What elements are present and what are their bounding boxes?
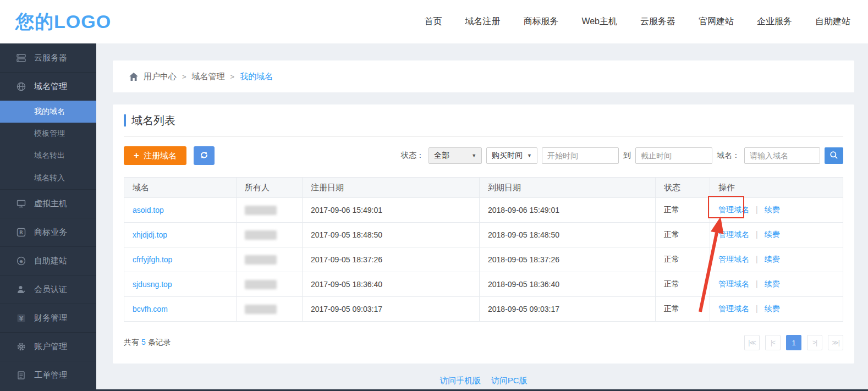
status-select[interactable]: 全部 ▼ <box>428 147 482 164</box>
sidebar-item-my-domains[interactable]: 我的域名 <box>0 101 96 123</box>
manage-domain-link[interactable]: 管理域名 <box>718 279 749 288</box>
sidebar-item-label: 云服务器 <box>34 53 67 63</box>
sidebar-item-domain-transfer-in[interactable]: 域名转入 <box>0 167 96 189</box>
sidebar-item-template-management[interactable]: 模板管理 <box>0 123 96 145</box>
pagination-next-button[interactable]: >| <box>807 335 822 350</box>
sidebar-item-trademark-business[interactable]: R 商标业务 <box>0 218 96 246</box>
domain-link[interactable]: bcvfh.com <box>133 305 168 313</box>
register-domain-button[interactable]: + 注册域名 <box>124 146 186 165</box>
search-button[interactable] <box>825 147 843 164</box>
yen-icon: ¥ <box>17 313 26 323</box>
sidebar-item-label: 会员认证 <box>34 284 67 295</box>
title-accent-bar <box>124 114 126 126</box>
pagination-prev-button[interactable]: |< <box>765 335 781 350</box>
domain-filter-label: 域名： <box>717 151 740 161</box>
domain-link[interactable]: sjdusng.top <box>133 280 172 289</box>
manage-domain-link[interactable]: 管理域名 <box>718 255 749 263</box>
svg-text:¥: ¥ <box>19 315 24 322</box>
renew-link[interactable]: 续费 <box>764 205 779 214</box>
nav-web-hosting[interactable]: Web主机 <box>581 16 617 27</box>
breadcrumb-domain-management[interactable]: 域名管理 <box>192 71 225 82</box>
domain-link[interactable]: cfrfyjfgh.top <box>133 255 172 264</box>
sidebar-item-label: 域名转出 <box>34 151 65 161</box>
sidebar-item-finance-management[interactable]: ¥ 财务管理 <box>0 304 96 332</box>
renew-link[interactable]: 续费 <box>764 230 779 239</box>
table-row: cfrfyjfgh.top 2017-09-05 18:37:26 2018-0… <box>124 247 843 272</box>
domain-list-panel: 域名列表 + 注册域名 状态： 全部 ▼ <box>113 104 854 364</box>
pagination-first-button[interactable]: |≪ <box>744 335 760 350</box>
sidebar-item-virtual-host[interactable]: 虚拟主机 <box>0 189 96 218</box>
owner-redacted <box>245 305 277 314</box>
nav-enterprise-service[interactable]: 企业服务 <box>757 16 792 27</box>
table-header-row: 域名 所有人 注册日期 到期日期 状态 操作 <box>124 178 843 198</box>
manage-domain-link[interactable]: 管理域名 <box>718 205 749 214</box>
renew-link[interactable]: 续费 <box>764 255 779 263</box>
manage-domain-link[interactable]: 管理域名 <box>718 230 749 239</box>
svg-text:e: e <box>19 258 23 264</box>
action-separator: | <box>756 205 758 214</box>
e-circle-icon: e <box>17 256 26 266</box>
top-navigation: 首页 域名注册 商标服务 Web主机 云服务器 官网建站 企业服务 自助建站 <box>424 16 850 27</box>
owner-redacted <box>245 206 277 215</box>
domain-link[interactable]: asoid.top <box>133 206 164 214</box>
chevron-down-icon: ▼ <box>471 153 476 158</box>
action-separator: | <box>756 255 758 263</box>
monitor-icon <box>17 199 26 208</box>
domain-search-input[interactable] <box>744 147 820 164</box>
pagination-page-1[interactable]: 1 <box>786 335 801 350</box>
action-separator: | <box>756 230 758 239</box>
nav-trademark-service[interactable]: 商标服务 <box>523 16 558 27</box>
registered-date: 2017-09-05 18:36:40 <box>303 272 480 297</box>
sidebar-item-ticket-management[interactable]: 工单管理 <box>0 361 96 389</box>
pagination-last-button[interactable]: ≫| <box>828 335 843 350</box>
sidebar-item-account-management[interactable]: 账户管理 <box>0 332 96 361</box>
time-type-select[interactable]: 购买时间 ▼ <box>486 147 537 164</box>
col-expires: 到期日期 <box>480 178 656 198</box>
expire-date: 2018-09-05 18:37:26 <box>480 247 656 272</box>
breadcrumb-user-center[interactable]: 用户中心 <box>144 71 177 82</box>
domain-link[interactable]: xhjdjdj.top <box>133 230 167 239</box>
sidebar-item-domain-management[interactable]: 域名管理 <box>0 72 96 101</box>
sidebar-item-cloud-server[interactable]: 云服务器 <box>0 43 96 72</box>
to-label: 到 <box>623 151 631 161</box>
manage-domain-link[interactable]: 管理域名 <box>718 304 749 313</box>
nav-official-site[interactable]: 官网建站 <box>699 16 734 27</box>
registered-date: 2017-09-05 09:03:17 <box>303 297 480 322</box>
register-domain-label: 注册域名 <box>144 151 177 161</box>
search-icon <box>829 151 838 161</box>
toolbar: + 注册域名 状态： 全部 ▼ 购买时间 ▼ <box>124 146 843 165</box>
registered-date: 2017-09-05 18:37:26 <box>303 247 480 272</box>
sidebar-item-label: 工单管理 <box>34 370 67 381</box>
renew-link[interactable]: 续费 <box>764 304 779 313</box>
status-filter-label: 状态： <box>401 151 424 161</box>
domain-table: 域名 所有人 注册日期 到期日期 状态 操作 asoid.top 2017-09… <box>124 177 843 322</box>
renew-link[interactable]: 续费 <box>764 279 779 288</box>
col-actions: 操作 <box>710 178 843 198</box>
record-count-prefix: 共有 <box>124 338 139 346</box>
expire-date: 2018-09-05 18:48:50 <box>480 223 656 247</box>
sidebar-item-label: 域名管理 <box>34 81 67 92</box>
start-date-input[interactable] <box>542 147 619 164</box>
top-header: 您的LOGO 首页 域名注册 商标服务 Web主机 云服务器 官网建站 企业服务… <box>0 0 868 43</box>
table-row: xhjdjdj.top 2017-09-05 18:48:50 2018-09-… <box>124 223 843 247</box>
nav-cloud-server[interactable]: 云服务器 <box>640 16 675 27</box>
pc-version-link[interactable]: 访问PC版 <box>491 376 528 385</box>
action-separator: | <box>756 304 758 313</box>
nav-self-site[interactable]: 自助建站 <box>815 16 850 27</box>
col-domain: 域名 <box>124 178 237 198</box>
nav-home[interactable]: 首页 <box>424 16 442 27</box>
mobile-version-link[interactable]: 访问手机版 <box>440 376 481 385</box>
sidebar-item-label: 我的域名 <box>34 107 65 117</box>
sidebar-item-self-site-builder[interactable]: e 自助建站 <box>0 246 96 275</box>
status-select-value: 全部 <box>434 151 449 161</box>
end-date-input[interactable] <box>635 147 712 164</box>
table-row: sjdusng.top 2017-09-05 18:36:40 2018-09-… <box>124 272 843 297</box>
status-badge: 正常 <box>656 198 710 223</box>
status-badge: 正常 <box>656 297 710 322</box>
action-separator: | <box>756 279 758 288</box>
sidebar-item-member-verification[interactable]: 会员认证 <box>0 275 96 304</box>
refresh-button[interactable] <box>194 146 215 165</box>
sidebar-item-domain-transfer-out[interactable]: 域名转出 <box>0 145 96 167</box>
nav-domain-register[interactable]: 域名注册 <box>465 16 500 27</box>
sidebar-item-label: 账户管理 <box>34 342 67 352</box>
